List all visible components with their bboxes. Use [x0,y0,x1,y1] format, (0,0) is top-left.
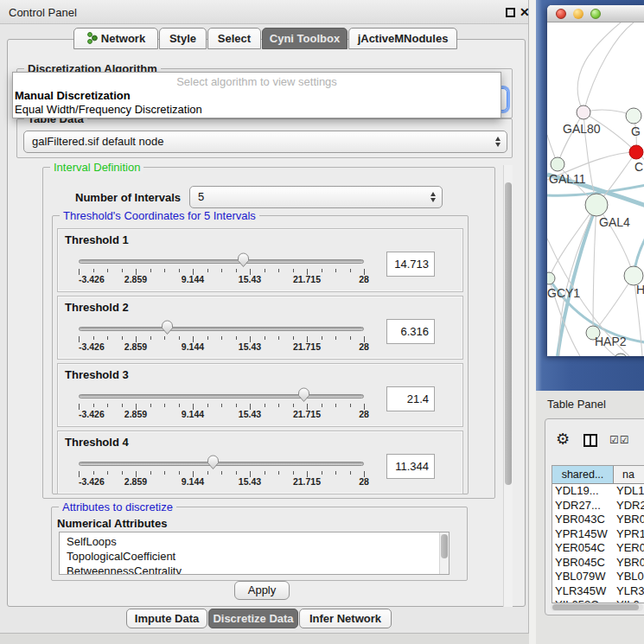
tab-impute-data[interactable]: Impute Data [126,609,207,628]
tab-cyni-toolbox[interactable]: Cyni Toolbox [262,28,348,49]
threshold-label: Threshold 2 [65,301,129,314]
control-panel-window: Control Panel ✕ Network Style Select Cyn… [0,0,529,634]
column-header-shared-name[interactable]: shared... [552,466,614,484]
gal4-node[interactable] [585,194,608,216]
attribute-list-item[interactable]: TopologicalCoefficient [60,549,449,564]
table-cell-name: YBR0 [616,513,644,526]
control-panel-titlebar: Control Panel ✕ [0,0,528,24]
slider-tick [293,336,294,340]
group-title: Threshold's Coordinates for 5 Intervals [60,209,259,222]
table-row[interactable]: YBR043CYBR0 [552,513,644,526]
table-hscrollbar[interactable] [551,603,643,611]
table-row[interactable]: YDR27...YDR2 [552,499,644,513]
numerical-attributes-list[interactable]: SelfLoopsTopologicalCoefficientBetweenne… [59,532,450,575]
slider-thumb[interactable] [161,319,174,339]
table-row[interactable]: YLR345WYLR3 [552,584,644,598]
table-data-combobox[interactable]: galFiltered.sif default node [23,131,507,153]
slider-tick [179,471,180,475]
gal80-node[interactable] [577,105,590,119]
tab-label: Cyni Toolbox [270,32,340,45]
slider-track[interactable] [79,394,364,399]
tab-select[interactable]: Select [207,28,261,49]
thresholds-container: Threshold 1-3.4262.8599.14415.4321.71528… [57,228,465,493]
group-title: Interval Definition [50,161,143,174]
tab-network[interactable]: Network [73,28,158,49]
popup-item-equal-width-frequency[interactable]: Equal Width/Frequency Discretization [15,103,202,116]
slider-tick [322,471,322,475]
slider-thumb[interactable] [297,386,310,406]
table-cell-shared-name: YPR145W [555,527,608,541]
slider-tick [122,269,123,272]
table-row[interactable]: YER054CYER0 [552,541,644,555]
table-cell-shared-name: YBL079W [555,570,606,583]
slider-tick-label: 21.715 [293,409,321,419]
column-header-name[interactable]: na [614,466,644,484]
red-node[interactable] [629,145,643,159]
table-row[interactable]: YBL079WYBL0 [552,570,644,583]
close-icon[interactable]: ✕ [520,5,530,19]
attribute-list-item[interactable]: SelfLoops [60,534,449,549]
mac-zoom-button[interactable] [590,9,601,19]
slider-track[interactable] [79,462,364,466]
threshold-value-field[interactable]: 11.344 [386,454,435,479]
network-canvas[interactable]: GAL80GCGAL11GAL4HGCY1HAP2 [547,22,644,356]
threshold-value-field[interactable]: 21.4 [386,386,435,411]
number-of-intervals-combobox[interactable]: 5 [189,186,443,208]
threshold-label: Threshold 3 [65,368,129,381]
table-cell-name: YDL1 [616,484,644,498]
table-cell-name: YLR3 [616,584,644,598]
top-right-node[interactable] [626,108,641,124]
slider-tick-label: 21.715 [293,341,321,352]
gal11-node[interactable] [551,157,564,171]
scrollbar-thumb[interactable] [505,182,512,485]
slider-thumb[interactable] [207,454,220,474]
slider-tick-label: 15.43 [239,476,261,487]
threshold-panel: Threshold 1-3.4262.8599.14415.4321.71528… [57,228,463,292]
slider-tick [335,404,336,407]
attribute-list-item[interactable]: BetweennessCentrality [60,564,449,575]
node-table[interactable]: shared... na YDL19...YDL1YDR27...YDR2YBR… [552,465,644,603]
slider-tick [265,269,265,272]
node-label-hap2: HAP2 [595,335,627,348]
attributes-scrollbar[interactable] [439,532,449,574]
split-columns-icon[interactable] [583,434,597,447]
tab-label: Impute Data [135,612,199,625]
panel-scrollbar[interactable] [503,165,513,607]
table-row[interactable]: YDL19...YDL1 [552,484,644,498]
slider-track[interactable] [79,327,364,331]
bottom-node[interactable] [614,354,628,356]
node-label-gal11: GAL11 [549,172,586,186]
slider-tick [335,336,336,340]
threshold-value-field[interactable]: 6.316 [386,319,435,344]
slider-track[interactable] [79,259,364,264]
window-title: Control Panel [9,6,77,19]
scrollbar-thumb[interactable] [552,604,639,610]
tab-style[interactable]: Style [159,28,207,49]
table-row[interactable]: YPR145WYPR1 [552,527,644,541]
mac-close-button[interactable] [556,9,566,19]
tab-jactivemnodules[interactable]: jActiveMNodules [348,28,457,49]
tab-discretize-data[interactable]: Discretize Data [208,609,298,628]
gear-icon[interactable]: ⚙ [556,431,570,447]
float-window-icon[interactable] [506,8,515,17]
table-cell-shared-name: YDR27... [555,499,601,513]
slider-tick [221,336,222,340]
tab-infer-network[interactable]: Infer Network [299,609,392,628]
table-cell-shared-name: YBR043C [555,513,605,526]
slider-thumb[interactable] [237,252,250,271]
scrollbar-thumb[interactable] [441,534,448,558]
slider-tick [236,471,237,475]
threshold-value-field[interactable]: 14.713 [386,252,435,277]
select-columns-icon[interactable]: ☑☑ [609,434,630,446]
gcy1-node[interactable] [547,272,555,284]
popup-item-manual-discretization[interactable]: Manual Discretization [15,89,131,102]
slider-tick [93,269,94,272]
table-row[interactable]: YBR045CYBR0 [552,556,644,570]
slider-tick-label: 2.859 [124,409,147,419]
node-label-g: G [631,124,641,138]
slider-tick-label: 15.43 [239,274,261,284]
apply-button[interactable]: Apply [234,581,290,600]
slider-tick-label: 15.43 [239,409,261,419]
mac-minimize-button[interactable] [573,9,583,19]
group-title: Attributes to discretize [59,501,176,513]
